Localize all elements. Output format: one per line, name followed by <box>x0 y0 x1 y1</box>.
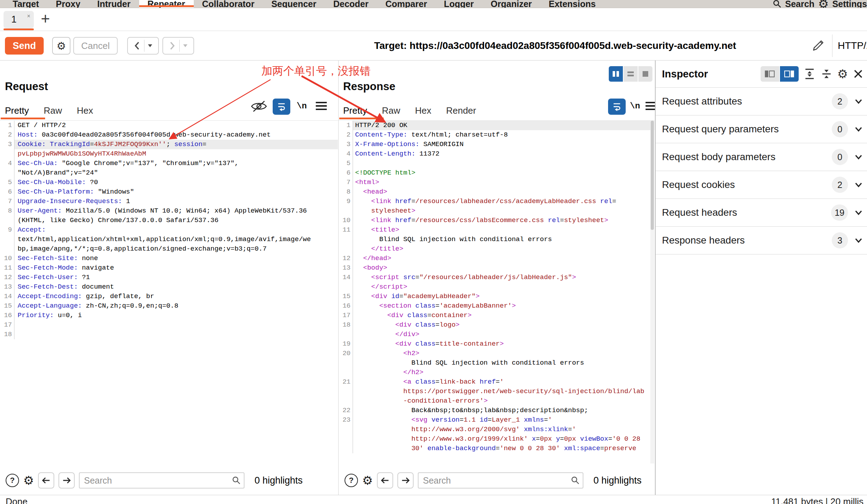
scrollbar-thumb[interactable] <box>651 121 654 230</box>
menu-settings-label[interactable]: Settings <box>832 0 867 8</box>
menu-item-sequencer: Sequencer <box>263 0 325 8</box>
code-row: pvLpbpjwRWMWUGb1SOWyHTX4RhWaeAbM <box>0 149 338 159</box>
word-wrap-button[interactable] <box>273 99 290 115</box>
history-back-button[interactable] <box>127 37 159 55</box>
word-wrap-button[interactable] <box>608 99 626 115</box>
line-number: 20 <box>339 349 353 358</box>
line-number: 21 <box>339 377 353 387</box>
line-number <box>339 425 353 434</box>
line-number: 8 <box>0 206 14 216</box>
menu-search-label[interactable]: Search <box>785 0 815 8</box>
tab-hex[interactable]: Hex <box>415 105 431 116</box>
inspector-section-count: 19 <box>831 204 848 221</box>
chevron-down-icon <box>854 208 863 218</box>
tab-label: Render <box>446 105 476 116</box>
protocol-label[interactable]: HTTP/2 <box>838 31 867 61</box>
code-row: 14 <script src="/resources/labheader/js/… <box>339 273 655 282</box>
menu-item-label: Extensions <box>549 0 596 8</box>
inspector-response-headers[interactable]: Response headers 3 <box>656 227 867 254</box>
add-tab-button[interactable]: + <box>41 10 50 28</box>
arrow-right-icon <box>62 476 71 485</box>
tab-hex[interactable]: Hex <box>77 105 93 116</box>
show-newlines-toggle[interactable]: \n <box>297 101 307 111</box>
show-newlines-toggle[interactable]: \n <box>630 101 640 111</box>
expand-all-icon[interactable] <box>804 68 816 80</box>
panel-left-icon <box>764 69 775 78</box>
help-button[interactable]: ? <box>6 474 19 487</box>
response-size-label: 11,481 bytes | 20 millis <box>771 496 863 504</box>
send-button[interactable]: Send <box>5 37 44 55</box>
response-editor[interactable]: 1HTTP/2 200 OK2Content-Type: text/html; … <box>339 120 655 464</box>
collapse-all-icon[interactable] <box>820 68 832 80</box>
previous-match-button[interactable] <box>377 472 393 489</box>
code-row: Blind SQL injection with conditional err… <box>339 358 655 368</box>
layout-single-button[interactable] <box>638 66 652 82</box>
send-settings-button[interactable]: ⚙ <box>52 37 70 55</box>
inspector-request-query-parameters[interactable]: Request query parameters 0 <box>656 115 867 143</box>
gear-icon[interactable]: ⚙ <box>818 0 829 8</box>
cancel-button[interactable]: Cancel <box>73 37 118 55</box>
code-row: 13Sec-Fetch-Dest: document <box>0 282 338 292</box>
code-row: </script> <box>339 282 655 292</box>
word-wrap-icon <box>612 101 622 112</box>
search-settings-button[interactable]: ⚙ <box>362 474 373 487</box>
menu-item-label: Organizer <box>491 0 532 8</box>
repeater-tab-1[interactable]: 1 × <box>4 11 34 29</box>
tab-raw[interactable]: Raw <box>44 105 62 116</box>
help-button[interactable]: ? <box>345 474 358 487</box>
line-number: 18 <box>339 320 353 330</box>
next-match-button[interactable] <box>397 472 414 489</box>
line-number: 2 <box>339 130 353 140</box>
tab-label: Raw <box>382 105 400 116</box>
code-row: 18 <box>0 330 338 339</box>
chevron-down-icon <box>854 152 863 162</box>
code-row: 7<html> <box>339 178 655 187</box>
dock-left-button[interactable] <box>761 66 779 82</box>
search-input[interactable] <box>79 472 244 489</box>
chevron-down-icon[interactable] <box>183 44 187 47</box>
request-editor[interactable]: 1GET / HTTP/22Host: 0a3c00fd04ead02a805f… <box>0 120 338 464</box>
close-icon[interactable] <box>853 69 863 79</box>
previous-match-button[interactable] <box>38 472 54 489</box>
search-input[interactable] <box>418 472 583 489</box>
chevron-down-icon[interactable] <box>148 44 152 47</box>
line-number <box>339 282 353 292</box>
next-match-button[interactable] <box>58 472 75 489</box>
tab-render[interactable]: Render <box>446 105 476 116</box>
gear-icon: ⚙ <box>57 40 66 52</box>
inspector-settings-icon[interactable]: ⚙ <box>837 67 848 81</box>
search-icon <box>571 476 580 485</box>
inspector-request-attributes[interactable]: Request attributes 2 <box>656 88 867 115</box>
code-row: 9Accept: <box>0 225 338 235</box>
tab-raw[interactable]: Raw <box>382 105 400 116</box>
editor-menu-icon[interactable] <box>315 101 328 111</box>
code-row: 12 </head> <box>339 254 655 263</box>
code-row: 21 <a class=link-back href=' <box>339 377 655 387</box>
tab-pretty[interactable]: Pretty <box>5 105 29 116</box>
response-search-bar: ? ⚙ 0 highlights <box>339 467 655 494</box>
hide-matches-icon[interactable] <box>251 100 267 113</box>
line-number: 14 <box>0 292 14 301</box>
layout-columns-button[interactable] <box>609 66 623 82</box>
search-settings-button[interactable]: ⚙ <box>23 474 34 487</box>
code-row: 16Priority: u=0, i <box>0 311 338 320</box>
layout-rows-button[interactable] <box>624 66 638 82</box>
tab-pretty[interactable]: Pretty <box>343 105 367 116</box>
menu-item-target: Target <box>4 0 48 8</box>
menu-item-label: Repeater <box>148 0 185 8</box>
inspector-request-headers[interactable]: Request headers 19 <box>656 199 867 227</box>
close-icon[interactable]: × <box>27 13 30 19</box>
inspector-request-cookies[interactable]: Request cookies 2 <box>656 171 867 199</box>
dock-right-button[interactable] <box>780 66 799 82</box>
edit-target-icon[interactable] <box>811 39 825 53</box>
search-icon[interactable] <box>773 0 782 8</box>
panel-right-icon <box>784 69 795 78</box>
tab-selected-underline <box>4 29 34 30</box>
inspector-request-body-parameters[interactable]: Request body parameters 0 <box>656 143 867 171</box>
menu-item-proxy: Proxy <box>48 0 89 8</box>
inspector-section-count: 0 <box>832 121 848 137</box>
code-row: 30' enable-background='new 0 0 28 30' xm… <box>339 444 655 453</box>
history-forward-button[interactable] <box>162 37 194 55</box>
code-row: 2Host: 0a3c00fd04ead02a805f356f004f005d.… <box>0 130 338 140</box>
highlights-count: 0 highlights <box>593 475 642 486</box>
